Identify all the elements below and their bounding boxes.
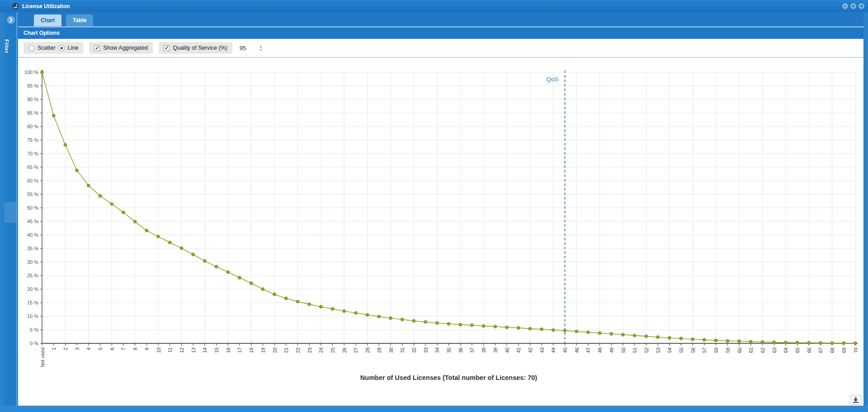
svg-text:70 %: 70 % [27,151,38,156]
svg-text:65 %: 65 % [27,164,38,170]
svg-text:11: 11 [167,347,173,352]
filter-panel-label: Filter [4,39,9,53]
svg-text:50: 50 [621,347,626,353]
svg-text:36: 36 [458,347,463,353]
svg-text:40 %: 40 % [27,232,38,238]
svg-text:14: 14 [202,347,208,353]
qos-value-input[interactable]: 95 [240,45,246,52]
svg-text:90 %: 90 % [27,97,38,102]
chart-type-group: Scatter Line [24,42,83,54]
svg-text:38: 38 [481,347,486,353]
tab-chart[interactable]: Chart [34,14,61,26]
svg-text:53: 53 [656,347,661,353]
svg-text:95 %: 95 % [27,83,38,89]
svg-text:69: 69 [841,347,847,353]
svg-text:39: 39 [493,347,498,353]
download-chart-button[interactable] [850,395,862,405]
svg-text:51: 51 [632,347,637,353]
svg-text:49: 49 [609,347,614,353]
spinner-up-icon[interactable]: ▲ [259,45,262,47]
svg-text:56: 56 [690,347,696,353]
svg-text:0 %: 0 % [30,341,38,346]
svg-text:60 %: 60 % [27,178,38,183]
svg-text:23: 23 [307,347,312,353]
filter-panel-collapsed[interactable]: ❯ Filter [5,12,17,406]
scatter-radio-label[interactable]: Scatter [38,45,56,51]
svg-text:52: 52 [644,347,649,353]
qos-checkbox[interactable] [164,45,170,51]
svg-text:29: 29 [377,347,382,353]
show-aggregated-checkbox[interactable] [94,45,100,51]
tab-strip: Chart Table [18,12,863,26]
svg-text:45: 45 [562,347,568,353]
svg-text:75 %: 75 % [27,137,38,143]
show-aggregated-label[interactable]: Show Aggregated [103,45,148,51]
svg-text:42: 42 [528,347,533,353]
svg-text:43: 43 [539,347,545,353]
svg-text:1: 1 [51,347,57,350]
svg-text:60: 60 [737,347,742,353]
svg-text:15: 15 [214,347,219,353]
maximize-button[interactable]: + [850,3,856,9]
svg-text:2: 2 [63,347,68,350]
expand-filter-icon[interactable]: ❯ [7,16,15,24]
svg-text:26: 26 [342,347,347,353]
svg-text:31: 31 [400,347,405,353]
svg-text:20 %: 20 % [27,286,38,292]
svg-text:10: 10 [156,347,161,353]
filter-panel-handle[interactable] [5,202,16,223]
app-logo-icon [12,3,19,9]
svg-text:45 %: 45 % [27,219,38,224]
svg-text:35: 35 [446,347,452,353]
svg-text:37: 37 [469,347,475,353]
svg-text:47: 47 [585,347,591,353]
svg-text:55 %: 55 % [27,192,38,197]
svg-text:3: 3 [75,347,80,350]
tab-table[interactable]: Table [66,14,93,26]
svg-text:20: 20 [272,347,278,353]
window-bottom-frame [0,406,868,412]
svg-text:35 %: 35 % [27,246,38,251]
svg-text:64: 64 [783,347,788,353]
svg-text:6: 6 [109,347,115,350]
svg-text:22: 22 [295,347,301,353]
svg-text:30 %: 30 % [27,259,38,265]
spinner-down-icon[interactable]: ▼ [259,49,262,51]
svg-text:21: 21 [283,347,289,353]
svg-text:25: 25 [330,347,335,353]
scatter-radio[interactable] [28,45,34,51]
close-button[interactable]: × [859,3,864,9]
svg-text:QoS: QoS [546,76,558,83]
minimize-button[interactable]: – [842,3,848,9]
license-utilization-chart: QoS0 %5 %10 %15 %20 %25 %30 %35 %40 %45 … [18,58,863,394]
chart-options-row: Scatter Line Show Aggregated Quality of … [18,39,863,58]
show-aggregated-group: Show Aggregated [89,42,153,54]
svg-text:27: 27 [353,347,359,353]
chart-options-header: Chart Options [18,28,863,39]
chart-canvas: QoS0 %5 %10 %15 %20 %25 %30 %35 %40 %45 … [18,58,863,394]
svg-text:54: 54 [667,347,672,353]
svg-text:100 %: 100 % [24,70,38,75]
svg-text:13: 13 [191,347,196,353]
main-content: Chart Table Chart Options Scatter Line S… [18,12,863,406]
svg-text:63: 63 [772,347,777,353]
qos-group: Quality of Service (%) [159,42,232,54]
svg-text:12: 12 [179,347,184,353]
window-controls: – + × [842,3,864,9]
qos-checkbox-label[interactable]: Quality of Service (%) [173,45,227,51]
line-radio-label[interactable]: Line [68,45,79,51]
svg-text:32: 32 [411,347,417,353]
svg-text:46: 46 [574,347,580,353]
svg-text:41: 41 [516,347,521,353]
svg-text:59: 59 [725,347,731,353]
svg-text:24: 24 [318,347,324,353]
line-radio[interactable] [59,45,65,51]
svg-text:8: 8 [132,347,138,350]
qos-spinner: ▲ ▼ [259,45,262,51]
svg-text:34: 34 [434,347,440,353]
svg-text:68: 68 [830,347,835,353]
svg-text:55: 55 [679,347,684,353]
window-titlebar: License Utilization – + × [0,0,868,12]
svg-text:40: 40 [505,347,510,353]
svg-text:28: 28 [365,347,370,353]
